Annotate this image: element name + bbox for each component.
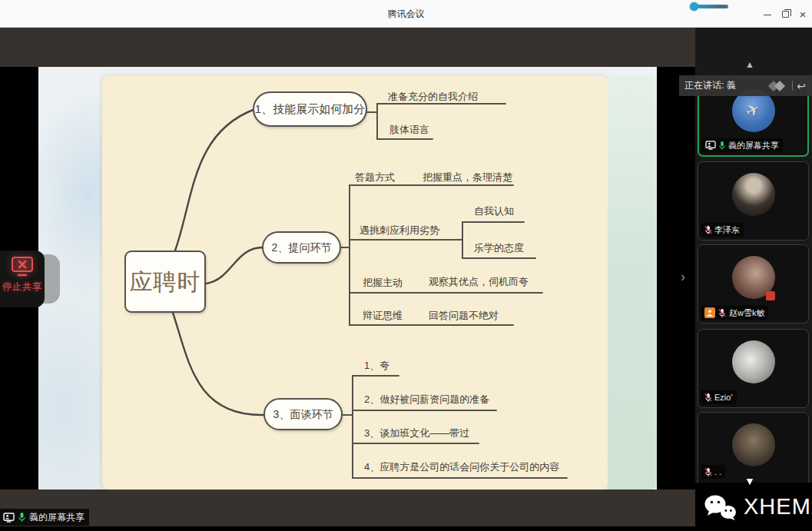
mic-muted-icon xyxy=(718,308,726,318)
speaking-indicator-bar: 正在讲话: 義 ↩ xyxy=(679,75,812,96)
stop-share-monitor-icon xyxy=(10,256,35,277)
volume-slider[interactable] xyxy=(690,2,730,12)
layout-switch-icon[interactable] xyxy=(768,80,788,92)
participant-name: Ezio' xyxy=(714,393,733,402)
screen-share-status-bar: 義的屏幕共享 xyxy=(0,509,89,526)
mindmap-leaf: 乐学的态度 xyxy=(474,241,524,255)
stop-share-label: 停止共享 xyxy=(0,280,45,294)
speaking-indicator-text: 正在讲话: 義 xyxy=(679,79,768,92)
restore-icon xyxy=(782,11,789,18)
share-status-label: 義的屏幕共享 xyxy=(29,511,85,524)
participant-name: 李泽东 xyxy=(714,224,740,236)
mindmap-leaf: 遇挑刺应利用劣势 xyxy=(360,224,439,237)
mindmap-leaf: 自我认知 xyxy=(474,204,514,218)
mindmap-leaf: 1、夸 xyxy=(364,359,389,373)
mindmap-leaf: 把握重点，条理清楚 xyxy=(423,171,512,184)
mic-muted-icon xyxy=(704,225,712,235)
wechat-icon xyxy=(703,494,738,520)
avatar-badge xyxy=(766,291,775,300)
participant-tile[interactable]: Ezio' xyxy=(698,329,809,408)
mindmap-leaf: 2、做好被问薪资问题的准备 xyxy=(364,393,489,407)
participant-tile[interactable]: 李泽东 xyxy=(698,161,809,241)
mic-on-icon xyxy=(18,512,26,523)
shared-window-bottom-strip xyxy=(0,490,695,526)
scroll-down-arrow[interactable]: ▼ xyxy=(739,475,761,487)
title-bar: 腾讯会议 × xyxy=(0,0,812,28)
participant-label: . . xyxy=(701,465,725,479)
mindmap-leaf: 4、应聘方是公司的话会问你关于公司的内容 xyxy=(364,460,559,474)
mindmap-leaf: 3、谈加班文化——带过 xyxy=(364,426,469,440)
screen-share-icon xyxy=(705,141,716,150)
participant-tile[interactable]: 赵w雪k敏 xyxy=(698,244,809,324)
mindmap-root-node: 应聘时 xyxy=(124,251,206,313)
mindmap-branch3-node: 3、面谈环节 xyxy=(263,398,343,430)
host-icon xyxy=(704,307,715,318)
minimize-button[interactable] xyxy=(761,8,774,22)
stop-share-button[interactable]: 停止共享 xyxy=(0,251,45,307)
mic-muted-icon xyxy=(704,393,712,403)
screen-share-icon xyxy=(3,513,15,523)
watermark: XHEM xyxy=(695,483,812,531)
mic-muted-icon xyxy=(704,467,712,477)
mindmap-leaf: 辩证思维 xyxy=(363,309,403,323)
divider xyxy=(792,81,793,91)
jet-icon: ✈ xyxy=(742,98,764,123)
page-right-margin xyxy=(608,76,657,490)
participant-name: 赵w雪k敏 xyxy=(729,307,764,319)
close-button[interactable]: × xyxy=(796,8,810,22)
mindmap-leaf: 把握主动 xyxy=(363,276,403,290)
mindmap-leaf: 肢体语言 xyxy=(389,123,429,137)
mindmap-leaf: 观察其优点，伺机而夸 xyxy=(429,275,529,289)
reply-arrow-icon[interactable]: ↩ xyxy=(797,80,812,92)
sidebar-collapse-chevron-icon[interactable]: › xyxy=(681,269,685,285)
minimize-icon xyxy=(764,15,771,15)
avatar xyxy=(732,340,775,383)
participant-label: 李泽东 xyxy=(701,223,744,237)
avatar xyxy=(732,423,775,466)
mic-on-icon xyxy=(718,141,726,151)
participant-label: 義的屏幕共享 xyxy=(701,138,783,152)
mindmap-branch2-node: 2、提问环节 xyxy=(262,231,341,264)
mindmap-leaf: 准备充分的自我介绍 xyxy=(388,90,478,104)
mindmap-leaf: 回答问题不绝对 xyxy=(429,309,499,323)
close-icon: × xyxy=(800,8,807,21)
scroll-up-arrow[interactable]: ▲ xyxy=(739,59,761,70)
participant-label: Ezio' xyxy=(701,390,737,404)
participant-name: 義的屏幕共享 xyxy=(728,140,779,151)
shared-window-top-strip xyxy=(0,28,695,67)
mindmap-leaf: 答题方式 xyxy=(355,171,395,184)
watermark-brand: XHEM xyxy=(744,494,811,519)
avatar xyxy=(732,173,775,216)
participant-name: . . xyxy=(714,467,721,476)
mindmap-branch1-node: 1、技能展示如何加分 xyxy=(253,91,367,127)
volume-slider-track xyxy=(696,5,728,8)
participant-label: 赵w雪k敏 xyxy=(701,306,768,320)
restore-button[interactable] xyxy=(779,8,793,22)
